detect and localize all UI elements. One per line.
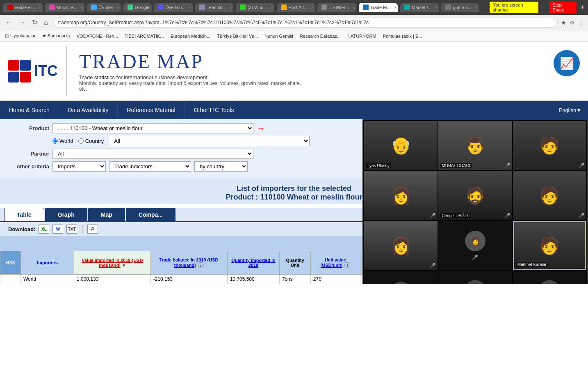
participant-name-mehmet: Mehmet Karalar bbox=[516, 262, 548, 267]
video-cell-dark1: 👤 🎤 bbox=[364, 271, 438, 284]
site-header: ITC TRADE MAP Trade statistics for inter… bbox=[0, 42, 588, 101]
mic-muted-6: 🎤 bbox=[579, 213, 585, 218]
bookmark-star[interactable]: ★ bbox=[561, 19, 566, 26]
video-cell-6: 🧑 🎤 bbox=[513, 171, 586, 220]
trade-map-title: TRADE MAP bbox=[79, 50, 533, 73]
add-tab-button[interactable]: + bbox=[581, 3, 585, 12]
nav-other-itc-tools[interactable]: Other ITC Tools bbox=[185, 101, 244, 119]
bookmark-european[interactable]: European Medicin... bbox=[169, 33, 212, 39]
subtitle-line3: etc. bbox=[79, 86, 533, 92]
by-country-select[interactable]: by country by product bbox=[194, 161, 248, 172]
video-cell-7: 👩 🎤 bbox=[364, 221, 438, 270]
cell-unit-value: 270 bbox=[310, 275, 360, 284]
other-criteria-label: other criteria bbox=[8, 163, 49, 170]
extensions-icon[interactable]: ⚙ bbox=[570, 19, 575, 26]
video-cell-muhammet: 👤 MUHAMMEDTA... 🎤 bbox=[513, 271, 586, 284]
nav-language[interactable]: English ▼ bbox=[552, 101, 588, 119]
forward-button[interactable]: → bbox=[17, 18, 27, 27]
cell-quantity: 10,705,500 bbox=[227, 275, 280, 284]
col-trade-balance[interactable]: Trade balance in 2019 (USD thousand) i bbox=[150, 251, 227, 275]
tab-whats[interactable]: (2) Wha... × bbox=[236, 3, 274, 12]
menu-icon[interactable]: ⋮ bbox=[578, 19, 584, 26]
nav-data-availability[interactable]: Data Availability bbox=[59, 101, 118, 119]
tab-uye[interactable]: Üye Giri... × bbox=[154, 3, 193, 12]
itc-text: ITC bbox=[34, 62, 58, 80]
header-right-icon: 📈 bbox=[545, 46, 588, 96]
imports-select[interactable]: Imports Exports bbox=[52, 161, 106, 172]
participant-name-murat: MURAT ODACI bbox=[440, 163, 472, 168]
subtitle-line2: Monthly, quarterly and yearly trade data… bbox=[79, 80, 533, 86]
mic-muted-7: 🎤 bbox=[430, 263, 436, 268]
tab-sinif[interactable]: ...SINIFI... × bbox=[317, 3, 356, 12]
trade-indicators-select[interactable]: Trade indicators Product bbox=[109, 161, 191, 172]
col-unit-value[interactable]: Unit value (USD/unit) i bbox=[310, 251, 360, 275]
tab-google[interactable]: Google bbox=[123, 3, 152, 12]
tab-graph[interactable]: Graph bbox=[45, 208, 87, 221]
tab-trademap[interactable]: Trade M... × bbox=[359, 3, 398, 12]
col-quantity[interactable]: Quantity imported in 2019 bbox=[227, 251, 280, 275]
product-select[interactable]: ... ... 110100 - Wheat or meslin flour bbox=[52, 123, 253, 133]
radio-world[interactable] bbox=[52, 138, 58, 144]
tab-compare[interactable]: Compa... bbox=[126, 208, 175, 221]
bookmark-research[interactable]: Research Databas... bbox=[298, 33, 342, 39]
mic-muted-4: 🎤 bbox=[430, 213, 436, 218]
tab-urunler[interactable]: Ürünler × bbox=[87, 3, 121, 12]
tab-teamgr[interactable]: TeamGr... × bbox=[195, 3, 233, 12]
mic-muted-3: 🎤 bbox=[579, 163, 585, 168]
subtitle-line1: Trade statistics for international busin… bbox=[79, 74, 533, 80]
tab-murat[interactable]: Murat, H... × bbox=[45, 3, 85, 12]
divider bbox=[82, 225, 82, 233]
reload-button[interactable]: ↻ bbox=[30, 18, 39, 27]
cell-value: 1,000,133 bbox=[74, 275, 151, 284]
download-word[interactable]: W bbox=[52, 225, 63, 234]
back-button[interactable]: ← bbox=[4, 18, 14, 27]
radio-country-label[interactable]: Country bbox=[78, 138, 104, 144]
bookmark-bookmarks[interactable]: ★ Bookmarks bbox=[41, 32, 72, 39]
video-cell-8: 👩 🎤 bbox=[438, 221, 512, 270]
bookmark-tibbi[interactable]: TIBBİ AROMATİK... bbox=[123, 33, 166, 39]
tab-table[interactable]: Table bbox=[4, 208, 44, 221]
nav-reference-material[interactable]: Reference Material bbox=[118, 101, 185, 119]
mic-muted-cengiz: 🎤 bbox=[504, 213, 511, 218]
video-cell-murat: 👨 MURAT ODACI 🎤 bbox=[438, 121, 512, 170]
video-overlay: 👴 İlyas Ulusoy 👨 MURAT ODACI 🎤 🧑 🎤 bbox=[362, 119, 588, 284]
cell-importers: World bbox=[21, 275, 74, 284]
bookmark-turkey[interactable]: Türkiye Bitkileri Ve... bbox=[215, 33, 260, 39]
tab-map[interactable]: Map bbox=[88, 208, 125, 221]
home-button[interactable]: ⌂ bbox=[42, 18, 50, 27]
download-xls[interactable]: XL bbox=[39, 225, 49, 234]
bookmark-vodafone[interactable]: VODAFONE - Reh... bbox=[75, 33, 120, 39]
download-txt[interactable]: TXT bbox=[66, 225, 77, 234]
main-nav: Home & Search Data Availability Referenc… bbox=[0, 101, 588, 119]
arrow-indicator: → bbox=[257, 124, 265, 133]
partner-label: Partner bbox=[8, 151, 49, 157]
tab-gumruk[interactable]: gumruk... × bbox=[441, 3, 479, 12]
bookmarks-bar: ◫ Uygulamalar ★ Bookmarks VODAFONE - Reh… bbox=[0, 30, 588, 42]
cell-hs8 bbox=[0, 275, 21, 284]
download-print[interactable]: 🖨 bbox=[87, 225, 98, 234]
tab-revize[interactable]: revize el... × bbox=[3, 3, 43, 12]
bookmark-naturnorm[interactable]: NATURNORM bbox=[346, 33, 378, 39]
cell-trade-balance: -210,153 bbox=[150, 275, 227, 284]
col-value[interactable]: Value imported in 2019 (USD thousand) ▼ bbox=[74, 251, 151, 275]
partner-select[interactable]: All bbox=[52, 149, 253, 159]
col-importers[interactable]: Importers bbox=[21, 251, 74, 275]
logo-area: ITC bbox=[0, 46, 67, 96]
country-select[interactable]: All bbox=[109, 136, 310, 146]
video-cell-mehmet[interactable]: 🧑 Mehmet Karalar bbox=[513, 221, 586, 270]
bookmark-nuhun[interactable]: Nuhun Gemisi bbox=[263, 33, 295, 39]
video-cell-3: 🧑 🎤 bbox=[513, 121, 586, 170]
apps-icon[interactable]: ◫ Uygulamalar bbox=[3, 32, 37, 39]
radio-world-label[interactable]: World bbox=[52, 138, 73, 144]
nav-home-search[interactable]: Home & Search bbox=[0, 101, 59, 119]
tab-post[interactable]: Post Att... × bbox=[277, 3, 315, 12]
video-cell-cengiz: 🧔 Cengiz DAĞLI 🎤 bbox=[438, 171, 512, 220]
tab-market[interactable]: Market /... × bbox=[400, 3, 439, 12]
stop-sharing-button[interactable]: Stop Share bbox=[549, 2, 576, 13]
radio-country[interactable] bbox=[78, 138, 84, 144]
bookmark-primulae[interactable]: Primulae radix | E... bbox=[381, 33, 424, 39]
video-grid: 👴 İlyas Ulusoy 👨 MURAT ODACI 🎤 🧑 🎤 bbox=[363, 120, 587, 284]
radio-world-country: World Country All bbox=[52, 136, 310, 146]
mic-muted-murat: 🎤 bbox=[504, 163, 511, 168]
address-input[interactable] bbox=[53, 18, 558, 28]
